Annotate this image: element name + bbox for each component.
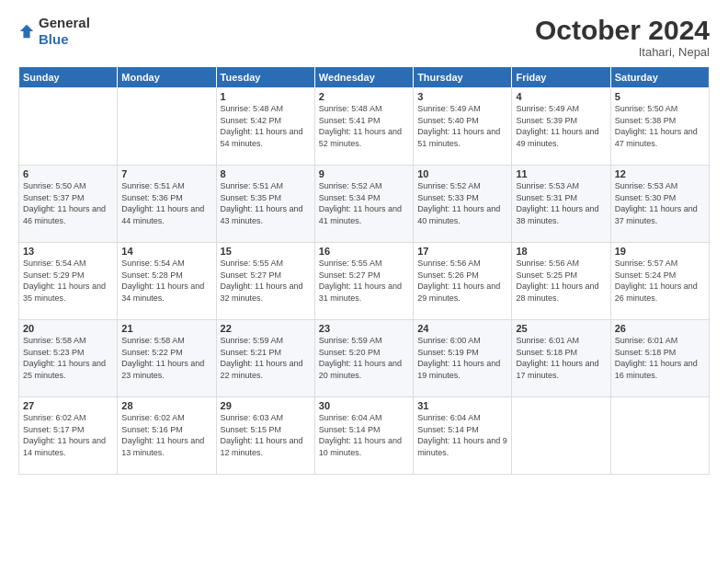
- daylight-text: Daylight: 11 hours and 35 minutes.: [23, 282, 106, 303]
- sunset-text: Sunset: 5:14 PM: [319, 425, 381, 434]
- day-info: Sunrise: 6:00 AM Sunset: 5:19 PM Dayligh…: [417, 335, 507, 381]
- month-title: October 2024: [535, 15, 710, 45]
- sunset-text: Sunset: 5:42 PM: [221, 116, 282, 125]
- calendar-cell: 17 Sunrise: 5:56 AM Sunset: 5:26 PM Dayl…: [414, 243, 512, 320]
- daylight-text: Daylight: 11 hours and 29 minutes.: [417, 282, 500, 303]
- calendar-cell: [118, 88, 216, 166]
- day-number: 9: [319, 168, 409, 179]
- calendar-cell: 2 Sunrise: 5:48 AM Sunset: 5:41 PM Dayli…: [314, 88, 413, 166]
- sunset-text: Sunset: 5:22 PM: [121, 348, 183, 357]
- daylight-text: Daylight: 11 hours and 14 minutes.: [23, 436, 106, 457]
- daylight-text: Daylight: 11 hours and 40 minutes.: [417, 204, 500, 225]
- day-number: 30: [319, 400, 409, 411]
- sunset-text: Sunset: 5:18 PM: [516, 348, 577, 357]
- daylight-text: Daylight: 11 hours and 34 minutes.: [121, 282, 204, 303]
- day-info: Sunrise: 5:58 AM Sunset: 5:23 PM Dayligh…: [23, 335, 113, 381]
- calendar-cell: 4 Sunrise: 5:49 AM Sunset: 5:39 PM Dayli…: [512, 88, 610, 166]
- svg-marker-0: [20, 25, 33, 38]
- sunrise-text: Sunrise: 5:53 AM: [516, 181, 579, 190]
- calendar-cell: 8 Sunrise: 5:51 AM Sunset: 5:35 PM Dayli…: [216, 166, 314, 243]
- day-number: 24: [417, 323, 507, 334]
- daylight-text: Daylight: 11 hours and 31 minutes.: [319, 282, 402, 303]
- calendar-cell: 19 Sunrise: 5:57 AM Sunset: 5:24 PM Dayl…: [610, 243, 709, 320]
- page: General Blue October 2024 Itahari, Nepal…: [0, 0, 728, 563]
- sunrise-text: Sunrise: 6:04 AM: [417, 413, 481, 422]
- day-info: Sunrise: 5:57 AM Sunset: 5:24 PM Dayligh…: [615, 258, 705, 304]
- day-number: 16: [319, 246, 409, 257]
- day-info: Sunrise: 6:01 AM Sunset: 5:18 PM Dayligh…: [516, 335, 606, 381]
- day-number: 27: [23, 400, 113, 411]
- weekday-header-thursday: Thursday: [414, 67, 512, 88]
- daylight-text: Daylight: 11 hours and 32 minutes.: [221, 282, 303, 303]
- daylight-text: Daylight: 11 hours and 16 minutes.: [615, 359, 698, 380]
- daylight-text: Daylight: 11 hours and 38 minutes.: [516, 204, 598, 225]
- sunrise-text: Sunrise: 5:58 AM: [121, 336, 185, 345]
- header-area: General Blue October 2024 Itahari, Nepal: [18, 15, 710, 59]
- day-number: 22: [221, 323, 311, 334]
- day-number: 18: [516, 246, 606, 257]
- weekday-header-tuesday: Tuesday: [216, 67, 314, 88]
- day-number: 10: [417, 168, 507, 179]
- sunrise-text: Sunrise: 5:54 AM: [23, 259, 86, 268]
- daylight-text: Daylight: 11 hours and 49 minutes.: [516, 127, 598, 148]
- daylight-text: Daylight: 11 hours and 17 minutes.: [516, 359, 598, 380]
- day-number: 28: [121, 400, 211, 411]
- sunrise-text: Sunrise: 6:03 AM: [221, 413, 284, 422]
- sunrise-text: Sunrise: 5:52 AM: [319, 181, 382, 190]
- weekday-header-saturday: Saturday: [610, 67, 709, 88]
- sunrise-text: Sunrise: 5:48 AM: [221, 104, 284, 113]
- daylight-text: Daylight: 11 hours and 52 minutes.: [319, 127, 402, 148]
- day-number: 31: [417, 400, 507, 411]
- logo-text: General Blue: [39, 15, 90, 48]
- sunset-text: Sunset: 5:27 PM: [221, 270, 282, 280]
- sunset-text: Sunset: 5:41 PM: [319, 116, 381, 125]
- calendar-cell: 10 Sunrise: 5:52 AM Sunset: 5:33 PM Dayl…: [414, 166, 512, 243]
- day-info: Sunrise: 5:59 AM Sunset: 5:21 PM Dayligh…: [221, 335, 311, 381]
- day-info: Sunrise: 5:51 AM Sunset: 5:35 PM Dayligh…: [221, 180, 311, 226]
- calendar-cell: 26 Sunrise: 6:01 AM Sunset: 5:18 PM Dayl…: [610, 320, 709, 397]
- calendar-cell: 27 Sunrise: 6:02 AM Sunset: 5:17 PM Dayl…: [19, 397, 118, 475]
- day-info: Sunrise: 6:04 AM Sunset: 5:14 PM Dayligh…: [417, 412, 507, 458]
- day-info: Sunrise: 5:55 AM Sunset: 5:27 PM Dayligh…: [221, 258, 311, 304]
- day-info: Sunrise: 6:02 AM Sunset: 5:16 PM Dayligh…: [121, 412, 211, 458]
- day-info: Sunrise: 6:04 AM Sunset: 5:14 PM Dayligh…: [319, 412, 409, 458]
- day-info: Sunrise: 5:51 AM Sunset: 5:36 PM Dayligh…: [121, 180, 211, 226]
- sunset-text: Sunset: 5:28 PM: [121, 270, 183, 280]
- sunset-text: Sunset: 5:17 PM: [23, 425, 85, 434]
- sunset-text: Sunset: 5:39 PM: [516, 116, 577, 125]
- day-info: Sunrise: 5:50 AM Sunset: 5:37 PM Dayligh…: [23, 180, 113, 226]
- sunset-text: Sunset: 5:24 PM: [615, 270, 677, 280]
- calendar-cell: 30 Sunrise: 6:04 AM Sunset: 5:14 PM Dayl…: [314, 397, 413, 475]
- day-info: Sunrise: 6:01 AM Sunset: 5:18 PM Dayligh…: [615, 335, 705, 381]
- day-number: 12: [615, 168, 705, 179]
- day-info: Sunrise: 5:49 AM Sunset: 5:39 PM Dayligh…: [516, 103, 606, 149]
- day-info: Sunrise: 5:52 AM Sunset: 5:34 PM Dayligh…: [319, 180, 409, 226]
- sunset-text: Sunset: 5:37 PM: [23, 193, 85, 202]
- calendar-cell: 1 Sunrise: 5:48 AM Sunset: 5:42 PM Dayli…: [216, 88, 314, 166]
- sunrise-text: Sunrise: 6:02 AM: [121, 413, 185, 422]
- sunset-text: Sunset: 5:15 PM: [221, 425, 282, 434]
- sunset-text: Sunset: 5:20 PM: [319, 348, 381, 357]
- sunrise-text: Sunrise: 5:50 AM: [23, 181, 86, 190]
- sunrise-text: Sunrise: 5:53 AM: [615, 181, 678, 190]
- week-row-1: 1 Sunrise: 5:48 AM Sunset: 5:42 PM Dayli…: [19, 88, 710, 166]
- day-number: 1: [221, 91, 311, 102]
- sunset-text: Sunset: 5:38 PM: [615, 116, 677, 125]
- sunrise-text: Sunrise: 5:57 AM: [615, 259, 678, 268]
- day-number: 4: [516, 91, 606, 102]
- calendar-table: SundayMondayTuesdayWednesdayThursdayFrid…: [18, 66, 710, 475]
- sunset-text: Sunset: 5:18 PM: [615, 348, 677, 357]
- sunset-text: Sunset: 5:27 PM: [319, 270, 381, 280]
- calendar-cell: 28 Sunrise: 6:02 AM Sunset: 5:16 PM Dayl…: [118, 397, 216, 475]
- calendar-cell: 15 Sunrise: 5:55 AM Sunset: 5:27 PM Dayl…: [216, 243, 314, 320]
- sunset-text: Sunset: 5:21 PM: [221, 348, 282, 357]
- sunrise-text: Sunrise: 5:59 AM: [221, 336, 284, 345]
- logo-icon: [18, 23, 35, 40]
- day-info: Sunrise: 5:48 AM Sunset: 5:42 PM Dayligh…: [221, 103, 311, 149]
- day-info: Sunrise: 5:53 AM Sunset: 5:30 PM Dayligh…: [615, 180, 705, 226]
- sunrise-text: Sunrise: 5:56 AM: [516, 259, 579, 268]
- sunrise-text: Sunrise: 5:51 AM: [221, 181, 284, 190]
- day-number: 5: [615, 91, 705, 102]
- logo-blue: Blue: [39, 31, 69, 47]
- daylight-text: Daylight: 11 hours and 44 minutes.: [121, 204, 204, 225]
